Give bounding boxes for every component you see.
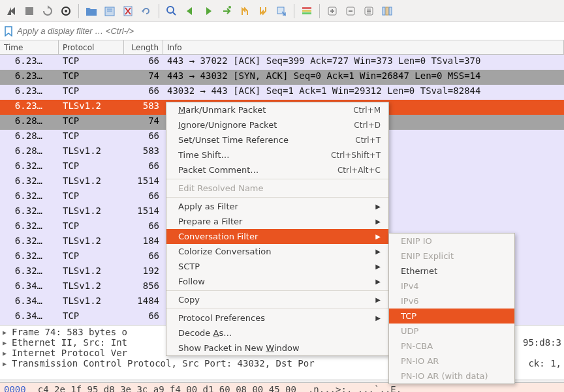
cell-time: 6.34… bbox=[0, 280, 59, 295]
packet-row[interactable]: 6.23…TCP74443 → 43032 [SYN, ACK] Seq=0 A… bbox=[0, 70, 564, 85]
cell-length: 66 bbox=[124, 250, 163, 265]
cell-protocol: TLSv1.2 bbox=[59, 295, 124, 310]
column-header-time[interactable]: Time bbox=[0, 40, 59, 54]
cell-protocol: TCP bbox=[59, 310, 124, 325]
start-capture-button[interactable] bbox=[3, 3, 20, 20]
submenu-item-tcp[interactable]: TCP bbox=[389, 309, 514, 324]
packet-row[interactable]: 6.23…TCP66443 → 37022 [ACK] Seq=399 Ack=… bbox=[0, 55, 564, 70]
menu-item-newwin[interactable]: Show Packet in New Window bbox=[166, 340, 388, 355]
column-header-info[interactable]: Info bbox=[163, 40, 564, 54]
packet-row[interactable]: 6.23…TCP6643032 → 443 [ACK] Seq=1 Ack=1 … bbox=[0, 85, 564, 100]
zoom-in-button[interactable] bbox=[324, 3, 341, 20]
column-header-length[interactable]: Length bbox=[124, 40, 163, 54]
cell-protocol: TLSv1.2 bbox=[59, 175, 124, 190]
toolbar-separator bbox=[319, 4, 320, 18]
close-file-button[interactable] bbox=[119, 3, 136, 20]
menu-item-convfilter[interactable]: Conversation Filter▶ bbox=[166, 229, 388, 244]
menu-label: Edit Resolved Name bbox=[178, 183, 264, 193]
go-forward-button[interactable] bbox=[200, 3, 217, 20]
cell-time: 6.32… bbox=[0, 220, 59, 235]
cell-length: 192 bbox=[124, 265, 163, 280]
menu-item-ignore[interactable]: Ignore/Unignore PacketCtrl+D bbox=[166, 117, 388, 132]
cell-time: 6.28… bbox=[0, 115, 59, 130]
cell-protocol: TLSv1.2 bbox=[59, 100, 124, 115]
menu-label: Follow bbox=[178, 277, 205, 286]
zoom-out-button[interactable] bbox=[342, 3, 359, 20]
submenu-item-ipv6: IPv6 bbox=[389, 294, 514, 309]
svg-rect-27 bbox=[389, 7, 392, 15]
menu-item-timeref[interactable]: Set/Unset Time ReferenceCtrl+T bbox=[166, 132, 388, 147]
menu-label: Copy bbox=[178, 295, 200, 305]
cell-info: 443 → 37022 [ACK] Seq=399 Ack=727 Win=37… bbox=[163, 55, 564, 70]
submenu-arrow-icon: ▶ bbox=[375, 248, 381, 255]
zoom-reset-button[interactable] bbox=[360, 3, 377, 20]
menu-item-decodeas[interactable]: Decode As… bbox=[166, 325, 388, 340]
restart-capture-button[interactable] bbox=[39, 3, 56, 20]
bookmark-icon[interactable] bbox=[3, 25, 14, 37]
menu-shortcut: Ctrl+M bbox=[353, 106, 381, 115]
cell-protocol: TCP bbox=[59, 160, 124, 175]
go-first-button[interactable] bbox=[236, 3, 253, 20]
menu-item-colorize[interactable]: Colorize Conversation▶ bbox=[166, 244, 388, 259]
cell-length: 184 bbox=[124, 235, 163, 250]
menu-item-sctp[interactable]: SCTP▶ bbox=[166, 259, 388, 274]
open-file-button[interactable] bbox=[83, 3, 100, 20]
display-filter-input[interactable] bbox=[14, 25, 561, 37]
menu-label: Decode As… bbox=[178, 328, 232, 338]
cell-length: 583 bbox=[124, 145, 163, 160]
menu-item-comment[interactable]: Packet Comment…Ctrl+Alt+C bbox=[166, 162, 388, 177]
cell-time: 6.32… bbox=[0, 250, 59, 265]
toolbar-separator bbox=[294, 4, 294, 18]
colorize-button[interactable] bbox=[298, 3, 315, 20]
expander-icon[interactable]: ▶ bbox=[3, 339, 9, 346]
expander-icon[interactable]: ▶ bbox=[3, 329, 9, 336]
cell-time: 6.32… bbox=[0, 175, 59, 190]
resize-columns-button[interactable] bbox=[379, 3, 396, 20]
cell-protocol: TLSv1.2 bbox=[59, 280, 124, 295]
svg-rect-13 bbox=[302, 7, 311, 9]
svg-rect-26 bbox=[386, 7, 388, 15]
reload-button[interactable] bbox=[138, 3, 155, 20]
menu-item-mark[interactable]: Mark/Unmark PacketCtrl+M bbox=[166, 102, 388, 117]
stop-capture-button[interactable] bbox=[21, 3, 38, 20]
hex-offset: 0000 bbox=[4, 384, 26, 392]
cell-protocol: TLSv1.2 bbox=[59, 265, 124, 280]
submenu-arrow-icon: ▶ bbox=[375, 278, 381, 285]
column-header-protocol[interactable]: Protocol bbox=[59, 40, 124, 54]
menu-item-preparefilter[interactable]: Prepare a Filter▶ bbox=[166, 214, 388, 229]
save-file-button[interactable] bbox=[101, 3, 118, 20]
menu-label: Time Shift… bbox=[178, 150, 230, 160]
menu-item-protopref[interactable]: Protocol Preferences▶ bbox=[166, 310, 388, 325]
cell-time: 6.34… bbox=[0, 310, 59, 325]
go-last-button[interactable] bbox=[255, 3, 272, 20]
expander-icon[interactable]: ▶ bbox=[3, 360, 9, 367]
menu-item-follow[interactable]: Follow▶ bbox=[166, 274, 388, 289]
detail-text: Frame 74: 583 bytes o bbox=[12, 327, 127, 337]
cell-protocol: TCP bbox=[59, 70, 124, 85]
cell-time: 6.23… bbox=[0, 55, 59, 70]
go-back-button[interactable] bbox=[181, 3, 198, 20]
svg-point-11 bbox=[228, 6, 231, 8]
menu-item-applyfilter[interactable]: Apply as Filter▶ bbox=[166, 199, 388, 214]
toolbar-separator bbox=[159, 4, 159, 18]
cell-protocol: TCP bbox=[59, 130, 124, 145]
expander-icon[interactable]: ▶ bbox=[3, 350, 9, 357]
cell-info: 443 → 43032 [SYN, ACK] Seq=0 Ack=1 Win=2… bbox=[163, 70, 564, 85]
go-to-packet-button[interactable] bbox=[218, 3, 235, 20]
autoscroll-button[interactable] bbox=[273, 3, 290, 20]
cell-length: 1484 bbox=[124, 295, 163, 310]
find-packet-button[interactable] bbox=[163, 3, 180, 20]
capture-options-button[interactable] bbox=[57, 3, 74, 20]
cell-length: 1514 bbox=[124, 175, 163, 190]
menu-label: Packet Comment… bbox=[178, 165, 258, 175]
menu-label: SCTP bbox=[178, 262, 200, 271]
menu-item-copy[interactable]: Copy▶ bbox=[166, 292, 388, 307]
cell-length: 74 bbox=[124, 115, 163, 130]
menu-label: Protocol Preferences bbox=[178, 313, 265, 323]
menu-item-timeshift[interactable]: Time Shift…Ctrl+Shift+T bbox=[166, 147, 388, 162]
menu-label: Mark/Unmark Packet bbox=[178, 105, 266, 115]
submenu-item-pnioardata: PN-IO AR (with data) bbox=[389, 369, 514, 384]
submenu-item-pncba: PN-CBA bbox=[389, 339, 514, 354]
submenu-item-ethernet[interactable]: Ethernet bbox=[389, 264, 514, 279]
submenu-arrow-icon: ▶ bbox=[375, 233, 381, 240]
